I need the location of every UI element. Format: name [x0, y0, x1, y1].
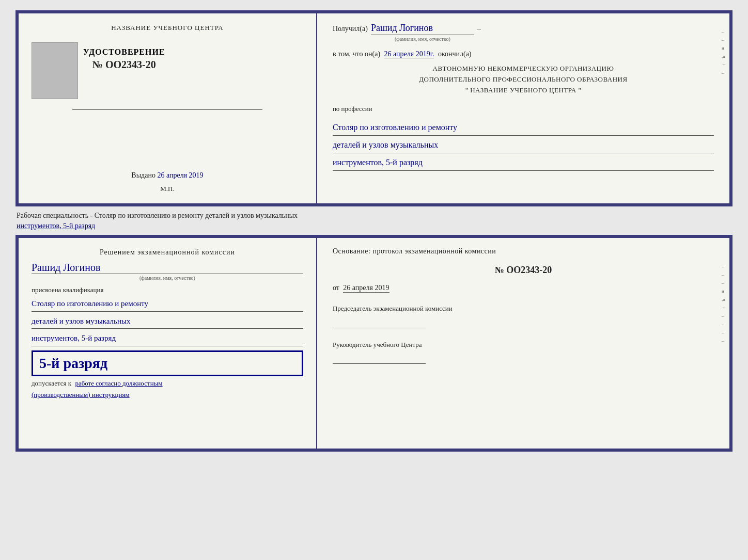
allows-label-2: (производственным) инструкциям	[32, 391, 303, 399]
allows-text2: (производственным) инструкциям	[32, 391, 130, 398]
org-line2: ДОПОЛНИТЕЛЬНОГО ПРОФЕССИОНАЛЬНОГО ОБРАЗО…	[333, 74, 714, 85]
date-line-top: в том, что он(а) 26 апреля 2019г. окончи…	[333, 50, 714, 58]
chairman-sig-line	[333, 318, 426, 328]
org-line3: " НАЗВАНИЕ УЧЕБНОГО ЦЕНТРА "	[333, 85, 714, 96]
date-suffix-top: окончил(а)	[438, 50, 472, 58]
cert-number: № OO2343-20	[83, 59, 165, 71]
cert-id-block: УДОСТОВЕРЕНИЕ № OO2343-20	[83, 47, 165, 71]
side-deco-top: – – и ,а ← –	[722, 29, 726, 75]
between-underline-text: инструментов, 5-й разряд	[17, 222, 95, 230]
dash-top: –	[477, 25, 481, 33]
commission-title: Решением экзаменационной комиссии	[32, 248, 303, 257]
protocol-date: от 26 апреля 2019	[333, 284, 714, 292]
protocol-number: № OO2343-20	[333, 265, 714, 276]
qualification-line2: деталей и узлов музыкальных	[32, 314, 303, 329]
issued-label: Выдано	[131, 171, 155, 179]
rank-box: 5-й разряд	[32, 350, 303, 376]
profession-block-top: Столяр по изготовлению и ремонту деталей…	[333, 118, 714, 170]
cert-bottom-right-panel: Основание: протокол экзаменационной коми…	[317, 238, 729, 449]
cert-center-title: НАЗВАНИЕ УЧЕБНОГО ЦЕНТРА	[111, 24, 223, 32]
cert-top-left-panel: НАЗВАНИЕ УЧЕБНОГО ЦЕНТРА УДОСТОВЕРЕНИЕ №…	[19, 13, 317, 203]
fio-sublabel-bottom: (фамилия, имя, отчество)	[32, 275, 303, 281]
date-value-top: 26 апреля 2019г.	[384, 50, 434, 58]
mp-label: М.П.	[160, 185, 174, 193]
person-name-bottom: Рашид Логинов	[32, 262, 303, 274]
allows-label: допускается к работе согласно должностны…	[32, 379, 303, 388]
certificate-bottom: Решением экзаменационной комиссии Рашид …	[15, 235, 733, 452]
head-block: Руководитель учебного Центра	[333, 340, 714, 364]
date-value-bottom: 26 апреля 2019	[343, 284, 389, 293]
head-title: Руководитель учебного Центра	[333, 341, 422, 348]
org-line1: АВТОНОМНУЮ НЕКОММЕРЧЕСКУЮ ОРГАНИЗАЦИЮ	[333, 63, 714, 74]
basis-label: Основание: протокол экзаменационной коми…	[333, 247, 714, 255]
qualification-line1: Столяр по изготовлению и ремонту	[32, 296, 303, 312]
between-label: Рабочая специальность - Столяр по изгото…	[5, 206, 743, 235]
date-prefix-top: в том, что он(а)	[333, 50, 380, 58]
recipient-name: Рашид Логинов	[371, 23, 474, 35]
page-wrapper: НАЗВАНИЕ УЧЕБНОГО ЦЕНТРА УДОСТОВЕРЕНИЕ №…	[5, 5, 743, 457]
rank-text: 5-й разряд	[39, 355, 107, 371]
profession-line2-top: деталей и узлов музыкальных	[333, 138, 714, 153]
allows-prefix: допускается к	[32, 379, 71, 387]
chairman-block: Председатель экзаменационной комиссии	[333, 303, 714, 328]
profession-line1-top: Столяр по изготовлению и ремонту	[333, 120, 714, 136]
allows-text: работе согласно должностным	[75, 379, 162, 387]
date-prefix-bottom: от	[333, 284, 339, 292]
photo-placeholder	[32, 42, 78, 99]
org-block-top: АВТОНОМНУЮ НЕКОММЕРЧЕСКУЮ ОРГАНИЗАЦИЮ ДО…	[333, 63, 714, 95]
qualification-line3: инструментов, 5-й разряд	[32, 331, 303, 346]
profession-line3-top: инструментов, 5-й разряд	[333, 155, 714, 171]
cert-top-right-panel: Получил(а) Рашид Логинов (фамилия, имя, …	[317, 13, 729, 203]
side-deco-bottom: – – – и ,а ← – – – –	[722, 264, 726, 343]
qualification-label: присвоена квалификация	[32, 286, 303, 294]
between-text: Рабочая специальность - Столяр по изгото…	[17, 212, 298, 219]
head-sig-line	[333, 354, 426, 364]
recipient-line: Получил(а) Рашид Логинов (фамилия, имя, …	[333, 23, 714, 42]
cert-label: УДОСТОВЕРЕНИЕ	[83, 47, 165, 57]
fio-sublabel-top: (фамилия, имя, отчество)	[371, 36, 474, 42]
certificate-top: НАЗВАНИЕ УЧЕБНОГО ЦЕНТРА УДОСТОВЕРЕНИЕ №…	[15, 10, 733, 206]
cert-bottom-left-panel: Решением экзаменационной комиссии Рашид …	[19, 238, 317, 449]
qualification-block: Столяр по изготовлению и ремонту деталей…	[32, 294, 303, 346]
chairman-title: Председатель экзаменационной комиссии	[333, 305, 453, 312]
issued-line: Выдано 26 апреля 2019	[131, 171, 203, 180]
profession-label-top: по профессии	[333, 105, 714, 113]
issued-date: 26 апреля 2019	[157, 171, 203, 179]
recipient-prefix: Получил(а)	[333, 25, 368, 33]
